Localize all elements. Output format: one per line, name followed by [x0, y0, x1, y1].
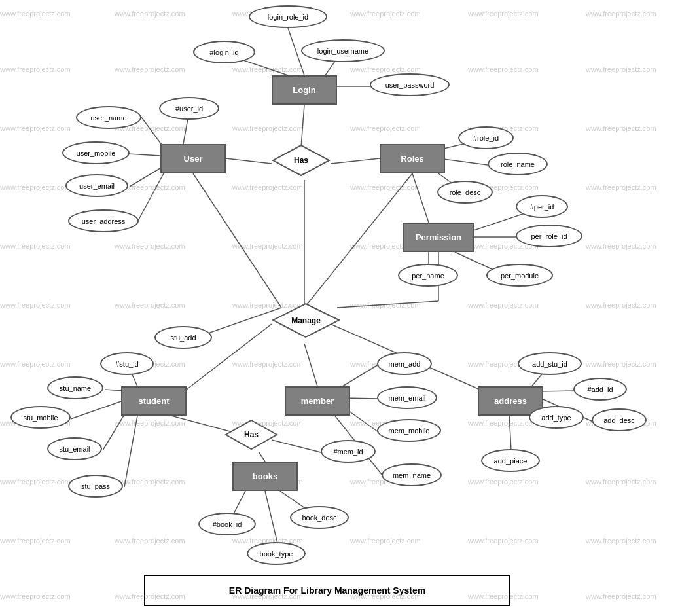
watermark-12: www.freeprojectz.com — [586, 65, 656, 73]
svg-line-6 — [331, 158, 380, 164]
wm-44: www.freeprojectz.com — [115, 419, 185, 427]
wm-54: www.freeprojectz.com — [586, 478, 656, 486]
wm-39: www.freeprojectz.com — [232, 360, 303, 368]
wm-37: www.freeprojectz.com — [0, 360, 71, 368]
wm-19: www.freeprojectz.com — [0, 183, 71, 191]
wm-b6: www.freeprojectz.com — [586, 592, 656, 600]
watermark-4: www.freeprojectz.com — [350, 10, 421, 18]
entity-member: member — [285, 386, 350, 416]
relationship-has2: Has — [224, 419, 278, 450]
watermark-9: www.freeprojectz.com — [232, 65, 303, 73]
entity-login: Login — [272, 75, 337, 105]
attr-mem-email: mem_email — [377, 386, 437, 409]
attr-mem-name: mem_name — [382, 463, 442, 486]
attr-add-id: #add_id — [573, 378, 627, 401]
attr-book-id: #book_id — [198, 513, 256, 535]
relationship-has1: Has — [272, 144, 331, 177]
watermark-1: www.freeprojectz.com — [0, 10, 71, 18]
attr-stu-pass: stu_pass — [68, 475, 123, 498]
wm-47: www.freeprojectz.com — [468, 419, 539, 427]
wm-15: www.freeprojectz.com — [232, 124, 303, 132]
svg-line-5 — [226, 158, 272, 164]
wm-27: www.freeprojectz.com — [232, 242, 303, 250]
attr-per-id: #per_id — [516, 195, 568, 218]
entity-permission: Permission — [403, 223, 474, 252]
wm-21: www.freeprojectz.com — [232, 183, 303, 191]
wm-60: www.freeprojectz.com — [586, 537, 656, 545]
attr-user-email: user_email — [65, 174, 128, 197]
attr-user-mobile: user_mobile — [62, 141, 130, 164]
attr-stu-id: #stu_id — [100, 352, 154, 375]
watermark-6: www.freeprojectz.com — [586, 10, 656, 18]
svg-line-42 — [509, 414, 511, 450]
attr-user-id: #user_id — [159, 97, 219, 120]
watermark-2: www.freeprojectz.com — [115, 10, 185, 18]
watermark-8: www.freeprojectz.com — [115, 65, 185, 73]
entity-books: books — [232, 462, 298, 491]
wm-22: www.freeprojectz.com — [350, 183, 421, 191]
wm-42: www.freeprojectz.com — [586, 360, 656, 368]
svg-line-4 — [301, 105, 304, 147]
attr-role-desc: role_desc — [437, 181, 493, 204]
wm-53: www.freeprojectz.com — [468, 478, 539, 486]
wm-13: www.freeprojectz.com — [0, 124, 71, 132]
wm-26: www.freeprojectz.com — [115, 242, 185, 250]
attr-mem-id: #mem_id — [321, 440, 376, 463]
svg-line-10 — [130, 167, 162, 187]
attr-per-module: per_module — [486, 264, 553, 287]
svg-line-21 — [304, 173, 412, 308]
svg-line-20 — [193, 173, 281, 308]
svg-line-39 — [540, 391, 575, 391]
svg-line-34 — [340, 365, 378, 388]
attr-role-name: role_name — [488, 153, 548, 175]
diagram-title: ER Diagram For Library Management System — [144, 575, 510, 606]
attr-add-desc: add_desc — [592, 408, 647, 431]
attr-stu-name: stu_name — [47, 376, 103, 399]
relationship-manage: Manage — [272, 302, 340, 338]
attr-user-password: user_password — [370, 73, 450, 96]
wm-59: www.freeprojectz.com — [468, 537, 539, 545]
attr-login-username: login_username — [301, 39, 385, 62]
svg-line-48 — [337, 301, 438, 308]
attr-stu-email: stu_email — [47, 437, 102, 460]
attr-mem-mobile: mem_mobile — [377, 419, 441, 442]
svg-line-9 — [128, 154, 160, 156]
attr-role-id: #role_id — [458, 126, 514, 149]
watermark-10: www.freeprojectz.com — [350, 65, 421, 73]
attr-add-place: add_piace — [481, 449, 540, 472]
attr-book-desc: book_desc — [290, 506, 349, 529]
svg-line-28 — [71, 401, 123, 419]
attr-add-type: add_type — [529, 406, 584, 429]
attr-add-stu-id: add_stu_id — [518, 352, 582, 375]
wm-32: www.freeprojectz.com — [115, 301, 185, 309]
wm-50: www.freeprojectz.com — [115, 478, 185, 486]
entity-user: User — [160, 144, 226, 173]
attr-login-id: #login_id — [193, 41, 255, 63]
watermark-11: www.freeprojectz.com — [468, 65, 539, 73]
attr-user-address: user_address — [68, 209, 139, 232]
svg-line-32 — [259, 452, 265, 462]
wm-58: www.freeprojectz.com — [350, 537, 421, 545]
wm-31: www.freeprojectz.com — [0, 301, 71, 309]
attr-per-role-id: per_role_id — [516, 225, 582, 247]
svg-line-13 — [438, 158, 488, 165]
attr-per-name: per_name — [398, 264, 458, 287]
svg-line-30 — [124, 416, 137, 487]
wm-35: www.freeprojectz.com — [468, 301, 539, 309]
entity-roles: Roles — [380, 144, 445, 173]
attr-stu-add: stu_add — [154, 326, 212, 349]
wm-49: www.freeprojectz.com — [0, 478, 71, 486]
attr-book-type: book_type — [247, 542, 306, 565]
attr-stu-mobile: stu_mobile — [10, 406, 71, 429]
svg-line-24 — [304, 344, 317, 386]
wm-24: www.freeprojectz.com — [586, 183, 656, 191]
attr-user-name: user_name — [76, 106, 141, 129]
wm-16: www.freeprojectz.com — [350, 124, 421, 132]
entity-student: student — [121, 386, 187, 416]
watermark-7: www.freeprojectz.com — [0, 65, 71, 73]
wm-b1: www.freeprojectz.com — [0, 592, 71, 600]
svg-line-33 — [272, 440, 323, 453]
wm-25: www.freeprojectz.com — [0, 242, 71, 250]
watermark-5: www.freeprojectz.com — [468, 10, 539, 18]
svg-line-11 — [137, 173, 164, 222]
